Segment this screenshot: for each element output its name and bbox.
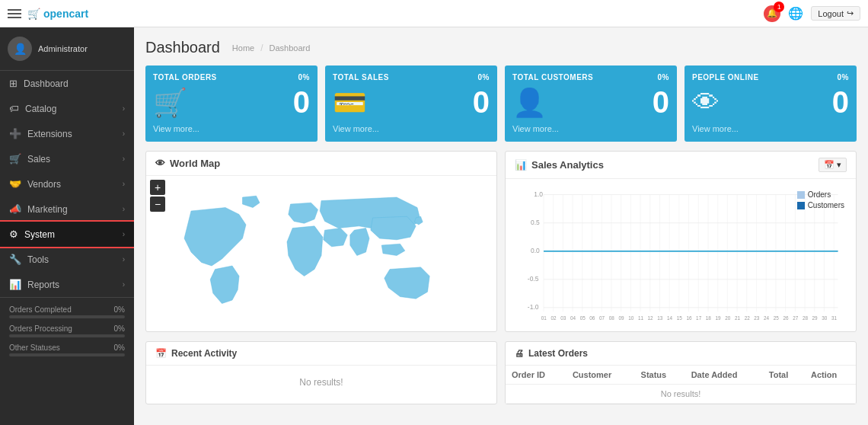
stat-card-people-online: PEOPLE ONLINE 0% 👁 0 View more... bbox=[685, 66, 857, 142]
sidebar-nav: ⊞ Dashboard 🏷 Catalog › ➕ Extensions › 🛒… bbox=[0, 71, 134, 297]
sidebar-item-system[interactable]: ⚙ System › bbox=[0, 222, 134, 247]
sidebar-item-marketing[interactable]: 📣 Marketing › bbox=[0, 197, 134, 222]
notification-badge: 1 bbox=[774, 2, 784, 12]
stat-bar-bg bbox=[9, 353, 125, 356]
stat-bar-bg bbox=[9, 334, 125, 337]
avatar: 👤 bbox=[8, 37, 32, 61]
bottom-section: 📅 Recent Activity No results! 🖨 Latest O… bbox=[145, 341, 857, 404]
orders-col-header: Status bbox=[635, 366, 685, 385]
svg-text:1.0: 1.0 bbox=[534, 190, 543, 198]
chevron-right-icon: › bbox=[123, 205, 125, 213]
recent-activity-calendar-icon: 📅 bbox=[155, 348, 167, 359]
chevron-right-icon: › bbox=[123, 104, 125, 113]
sidebar-item-catalog[interactable]: 🏷 Catalog › bbox=[0, 96, 134, 121]
chevron-right-icon: › bbox=[123, 280, 125, 289]
stat-card-icon: 💳 bbox=[333, 87, 367, 119]
brand-logo: 🛒 opencart bbox=[27, 8, 88, 20]
sidebar-item-label-tools: Tools bbox=[27, 254, 49, 265]
stat-card-link[interactable]: View more... bbox=[512, 124, 559, 133]
sidebar-item-dashboard[interactable]: ⊞ Dashboard bbox=[0, 71, 134, 96]
orders-col-header: Order ID bbox=[506, 366, 566, 385]
vendors-icon: 🤝 bbox=[9, 178, 21, 190]
stat-card-total-orders: TOTAL ORDERS 0% 🛒 0 View more... bbox=[145, 66, 318, 142]
sidebar-item-left: 🤝 Vendors bbox=[9, 178, 61, 190]
sidebar-stats: Orders Completed 0% Orders Processing 0%… bbox=[0, 297, 134, 370]
stat-card-footer: View more... bbox=[692, 123, 849, 134]
svg-text:22: 22 bbox=[745, 315, 751, 321]
svg-text:04: 04 bbox=[570, 315, 576, 321]
page-title: Dashboard bbox=[145, 39, 220, 56]
svg-text:13: 13 bbox=[657, 315, 663, 321]
logout-button[interactable]: Logout ↪ bbox=[811, 6, 860, 21]
latest-orders-table: Order IDCustomerStatusDate AddedTotalAct… bbox=[506, 366, 856, 404]
stat-cards: TOTAL ORDERS 0% 🛒 0 View more... TOTAL S… bbox=[145, 66, 857, 142]
stat-card-header: TOTAL CUSTOMERS 0% bbox=[512, 73, 669, 81]
recent-activity-title: Recent Activity bbox=[171, 348, 237, 359]
navbar-right: 🔔 1 🌐 Logout ↪ bbox=[764, 5, 860, 22]
stat-bar-bg bbox=[9, 315, 125, 318]
world-map-title: World Map bbox=[170, 158, 220, 169]
stat-card-value: 0 bbox=[473, 85, 490, 120]
world-map-body: + − bbox=[146, 176, 496, 328]
svg-text:30: 30 bbox=[822, 315, 828, 321]
svg-text:14: 14 bbox=[667, 315, 673, 321]
sidebar-item-extensions[interactable]: ➕ Extensions › bbox=[0, 121, 134, 146]
world-map-eye-icon: 👁 bbox=[155, 158, 165, 169]
stat-card-pct: 0% bbox=[298, 73, 310, 81]
sidebar-item-sales[interactable]: 🛒 Sales › bbox=[0, 146, 134, 171]
layout: 👤 Administrator ⊞ Dashboard 🏷 Catalog › … bbox=[0, 27, 868, 425]
stat-card-link[interactable]: View more... bbox=[692, 124, 739, 133]
latest-orders-print-icon: 🖨 bbox=[515, 348, 524, 359]
reports-icon: 📊 bbox=[9, 279, 21, 290]
svg-text:11: 11 bbox=[638, 315, 644, 321]
orders-col-header: Total bbox=[763, 366, 805, 385]
sidebar-item-vendors[interactable]: 🤝 Vendors › bbox=[0, 171, 134, 197]
sidebar-item-label-catalog: Catalog bbox=[25, 104, 56, 114]
stat-card-link[interactable]: View more... bbox=[333, 124, 379, 133]
language-button[interactable]: 🌐 bbox=[788, 6, 803, 21]
sales-icon: 🛒 bbox=[9, 153, 21, 165]
stat-pct: 0% bbox=[114, 324, 125, 333]
sales-analytics-panel: 📊 Sales Analytics 📅 ▾ Orders Customers 1 bbox=[505, 151, 857, 332]
sidebar-item-left: 🛒 Sales bbox=[9, 153, 50, 165]
sidebar-item-tools[interactable]: 🔧 Tools › bbox=[0, 247, 134, 272]
stat-card-title: PEOPLE ONLINE bbox=[692, 73, 759, 81]
sidebar-item-reports[interactable]: 📊 Reports › bbox=[0, 272, 134, 297]
svg-text:05: 05 bbox=[580, 315, 586, 321]
stat-card-footer: View more... bbox=[333, 123, 490, 134]
chevron-right-icon: › bbox=[123, 155, 125, 163]
legend-dot bbox=[797, 191, 805, 199]
middle-section: 👁 World Map + − bbox=[145, 151, 857, 332]
sidebar-username: Administrator bbox=[38, 44, 88, 53]
analytics-calendar-button[interactable]: 📅 ▾ bbox=[819, 158, 847, 172]
legend-item-orders: Orders bbox=[797, 190, 844, 199]
stat-card-icon: 👤 bbox=[512, 87, 547, 119]
svg-text:31: 31 bbox=[831, 315, 838, 321]
svg-text:-1.0: -1.0 bbox=[528, 303, 539, 311]
svg-text:23: 23 bbox=[754, 315, 760, 321]
stat-card-icon: 👁 bbox=[692, 87, 720, 119]
svg-text:17: 17 bbox=[696, 315, 702, 321]
latest-orders-panel: 🖨 Latest Orders Order IDCustomerStatusDa… bbox=[505, 341, 857, 404]
sidebar-item-label-system: System bbox=[24, 229, 55, 240]
svg-text:-0.5: -0.5 bbox=[528, 275, 539, 283]
map-zoom-out[interactable]: − bbox=[150, 197, 165, 212]
sidebar-stat-row: Orders Completed 0% bbox=[9, 305, 125, 318]
stat-card-pct: 0% bbox=[478, 73, 490, 81]
catalog-icon: 🏷 bbox=[9, 103, 19, 114]
stat-card-header: PEOPLE ONLINE 0% bbox=[692, 73, 849, 81]
map-zoom-in[interactable]: + bbox=[150, 180, 165, 195]
stat-card-link[interactable]: View more... bbox=[153, 124, 199, 133]
breadcrumb-home[interactable]: Home bbox=[232, 43, 254, 53]
analytics-title: 📊 Sales Analytics bbox=[515, 159, 604, 171]
chart-legend: Orders Customers bbox=[797, 190, 844, 209]
navbar-left: 🛒 opencart bbox=[8, 8, 88, 20]
sidebar-item-left: 🏷 Catalog bbox=[9, 103, 56, 114]
notification-button[interactable]: 🔔 1 bbox=[764, 5, 780, 22]
sidebar: 👤 Administrator ⊞ Dashboard 🏷 Catalog › … bbox=[0, 27, 134, 425]
stat-card-header: TOTAL SALES 0% bbox=[333, 73, 490, 81]
svg-text:12: 12 bbox=[648, 315, 654, 321]
hamburger-icon[interactable] bbox=[8, 9, 21, 18]
recent-activity-panel: 📅 Recent Activity No results! bbox=[145, 341, 497, 404]
stat-card-total-customers: TOTAL CUSTOMERS 0% 👤 0 View more... bbox=[505, 66, 677, 142]
